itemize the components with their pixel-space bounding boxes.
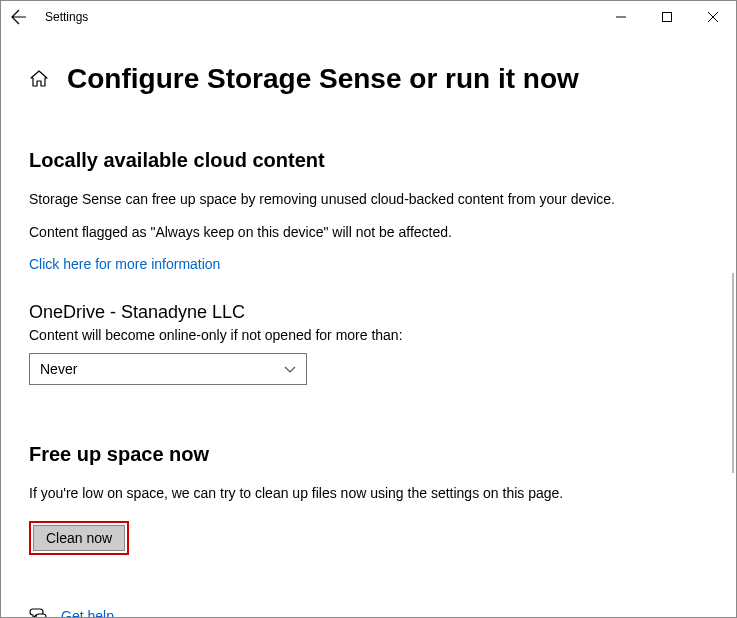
- cloud-desc-1: Storage Sense can free up space by remov…: [29, 190, 708, 209]
- svg-rect-0: [663, 13, 672, 22]
- dropdown-selected: Never: [40, 361, 77, 377]
- maximize-icon: [662, 12, 672, 22]
- chevron-down-icon: [284, 363, 296, 375]
- content-area: Configure Storage Sense or run it now Lo…: [1, 33, 736, 618]
- page-header: Configure Storage Sense or run it now: [29, 63, 708, 95]
- minimize-button[interactable]: [598, 1, 644, 33]
- clean-now-button[interactable]: Clean now: [33, 525, 125, 551]
- more-info-link[interactable]: Click here for more information: [29, 256, 220, 272]
- app-title: Settings: [45, 10, 88, 24]
- help-icon: [29, 607, 47, 618]
- home-icon[interactable]: [29, 69, 49, 89]
- back-arrow-icon: [11, 9, 27, 25]
- get-help-link[interactable]: Get help: [61, 608, 114, 618]
- titlebar-left: Settings: [9, 7, 88, 27]
- back-button[interactable]: [9, 7, 29, 27]
- section-cloud-title: Locally available cloud content: [29, 149, 708, 172]
- maximize-button[interactable]: [644, 1, 690, 33]
- free-up-title: Free up space now: [29, 443, 708, 466]
- frequency-dropdown[interactable]: Never: [29, 353, 307, 385]
- section-free-up: Free up space now If you're low on space…: [29, 443, 708, 555]
- clean-now-highlight: Clean now: [29, 521, 129, 555]
- onedrive-account-title: OneDrive - Stanadyne LLC: [29, 302, 708, 323]
- minimize-icon: [616, 12, 626, 22]
- scrollbar[interactable]: [732, 273, 734, 473]
- free-up-desc: If you're low on space, we can try to cl…: [29, 484, 708, 503]
- page-title: Configure Storage Sense or run it now: [67, 63, 579, 95]
- titlebar: Settings: [1, 1, 736, 33]
- close-icon: [708, 12, 718, 22]
- close-button[interactable]: [690, 1, 736, 33]
- cloud-desc-2: Content flagged as "Always keep on this …: [29, 223, 708, 242]
- onedrive-account-desc: Content will become online-only if not o…: [29, 327, 708, 343]
- help-row: Get help: [29, 607, 708, 618]
- window-controls: [598, 1, 736, 33]
